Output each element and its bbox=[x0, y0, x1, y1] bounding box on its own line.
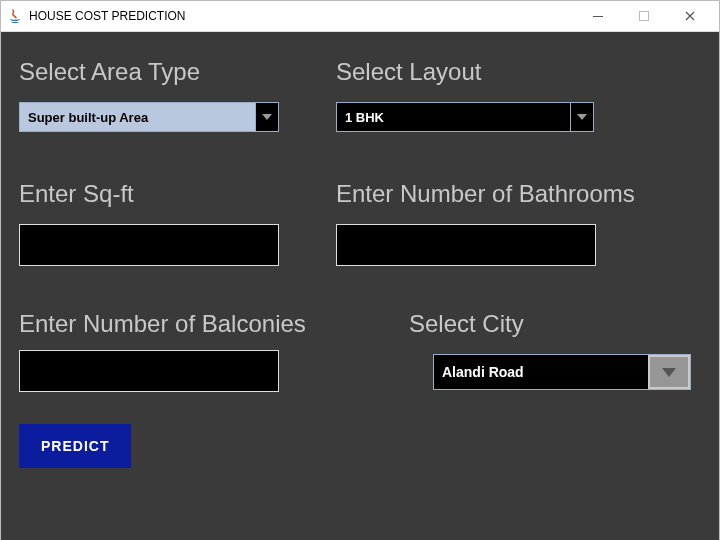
chevron-down-icon bbox=[570, 103, 593, 131]
titlebar: HOUSE COST PREDICTION bbox=[1, 1, 719, 32]
area-type-label: Select Area Type bbox=[19, 58, 200, 86]
city-value: Alandi Road bbox=[434, 355, 648, 389]
balconies-input[interactable] bbox=[19, 350, 279, 392]
app-window: HOUSE COST PREDICTION Select Area Type S… bbox=[0, 0, 720, 540]
chevron-down-icon bbox=[648, 355, 690, 389]
maximize-button[interactable] bbox=[621, 1, 667, 31]
java-icon bbox=[7, 8, 23, 24]
area-type-value: Super built-up Area bbox=[20, 103, 255, 131]
balconies-label: Enter Number of Balconies bbox=[19, 310, 306, 338]
window-title: HOUSE COST PREDICTION bbox=[29, 9, 575, 23]
client-area: Select Area Type Select Layout Super bui… bbox=[1, 32, 719, 540]
layout-value: 1 BHK bbox=[337, 103, 570, 131]
layout-label: Select Layout bbox=[336, 58, 481, 86]
close-button[interactable] bbox=[667, 1, 713, 31]
bathrooms-input[interactable] bbox=[336, 224, 596, 266]
sqft-label: Enter Sq-ft bbox=[19, 180, 134, 208]
chevron-down-icon bbox=[255, 103, 278, 131]
layout-select[interactable]: 1 BHK bbox=[336, 102, 594, 132]
city-label: Select City bbox=[409, 310, 524, 338]
city-select[interactable]: Alandi Road bbox=[433, 354, 691, 390]
svg-rect-0 bbox=[593, 16, 603, 17]
svg-rect-1 bbox=[640, 12, 649, 21]
minimize-button[interactable] bbox=[575, 1, 621, 31]
predict-button[interactable]: PREDICT bbox=[19, 424, 131, 468]
bathrooms-label: Enter Number of Bathrooms bbox=[336, 180, 635, 208]
area-type-select[interactable]: Super built-up Area bbox=[19, 102, 279, 132]
sqft-input[interactable] bbox=[19, 224, 279, 266]
